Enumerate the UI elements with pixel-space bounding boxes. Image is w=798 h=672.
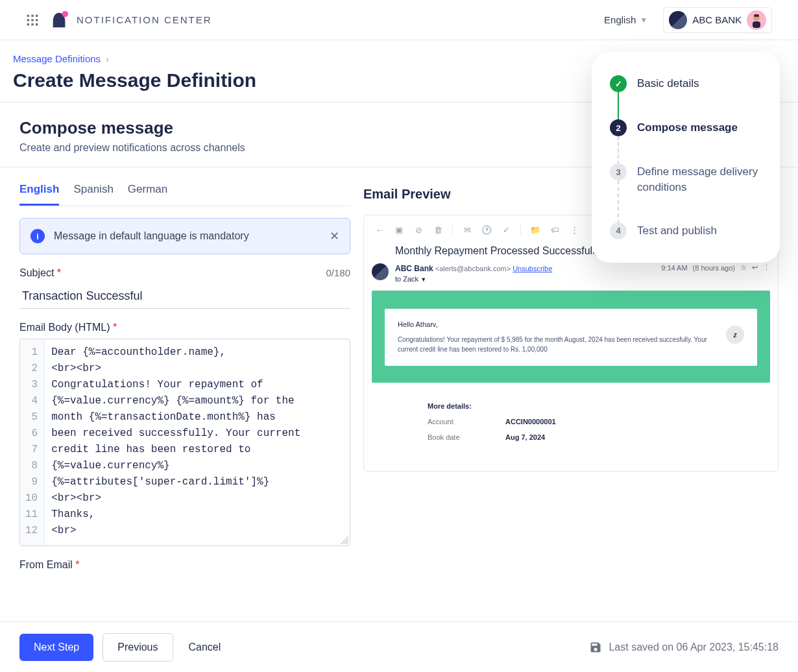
detail-key: Account: [428, 418, 505, 426]
email-time: 9:14 AM: [661, 264, 687, 272]
header-left: NOTIFICATION CENTER: [26, 10, 212, 30]
email-greeting: Hello Atharv,: [398, 320, 744, 328]
star-icon[interactable]: ☆: [740, 263, 747, 272]
chevron-down-icon[interactable]: ▼: [420, 276, 426, 283]
subject-field: Subject * 0/180: [19, 267, 350, 309]
sender-info: ABC Bank <alerts@abcbank.com> Unsubscrib…: [395, 263, 655, 284]
detail-value: ACCIN0000001: [505, 418, 556, 426]
email-inner: Hello Atharv, Congratulations! Your repa…: [385, 309, 757, 366]
required-mark: *: [75, 559, 79, 570]
save-icon: [589, 641, 602, 654]
svg-rect-2: [36, 14, 38, 16]
email-body-preview: Hello Atharv, Congratulations! Your repa…: [372, 291, 770, 383]
resize-handle-icon[interactable]: [341, 536, 348, 544]
step-connector: [618, 180, 619, 224]
svg-rect-7: [31, 23, 33, 25]
email-sender-row: ABC Bank <alerts@abcbank.com> Unsubscrib…: [372, 263, 770, 284]
previous-button[interactable]: Previous: [103, 633, 173, 662]
bank-name: ABC BANK: [692, 14, 742, 25]
from-email-label: From Email: [19, 559, 73, 570]
cancel-button[interactable]: Cancel: [182, 634, 228, 661]
step-number: 4: [610, 222, 627, 239]
snooze-icon[interactable]: 🕐: [481, 224, 492, 235]
svg-point-9: [62, 10, 68, 16]
email-body-field: Email Body (HTML) * 123456789101112 Dear…: [19, 322, 350, 546]
move-icon[interactable]: 📁: [530, 224, 540, 235]
chevron-down-icon: ▼: [640, 16, 647, 25]
step-label: Test and publish: [637, 222, 717, 239]
logo-mark-icon: [49, 10, 69, 30]
delete-icon[interactable]: 🗑: [433, 224, 443, 235]
archive-icon[interactable]: ▣: [394, 224, 404, 235]
step-number: 3: [610, 163, 627, 180]
header-right: English ▼ ABC BANK: [604, 7, 772, 33]
breadcrumb-parent-link[interactable]: Message Definitions: [13, 53, 101, 64]
apps-grid-icon[interactable]: [26, 14, 39, 27]
svg-rect-12: [753, 21, 760, 28]
bank-selector[interactable]: ABC BANK: [663, 7, 772, 33]
email-details: More details: Account ACCIN0000001 Book …: [372, 402, 770, 463]
step-label: Define message delivery conditions: [637, 163, 762, 195]
step-connector: [618, 92, 619, 121]
info-banner: i Message in default language is mandato…: [19, 218, 350, 254]
svg-rect-6: [27, 23, 29, 25]
back-icon[interactable]: ←: [374, 224, 385, 235]
sender-meta: 9:14 AM (8 hours ago) ☆ ↩ ⋮: [661, 263, 770, 272]
tab-english[interactable]: English: [19, 183, 59, 206]
language-tabs: English Spanish German: [19, 183, 350, 206]
email-body-text: Congratulations! Your repayment of $ 5,9…: [398, 336, 707, 353]
step-test-publish[interactable]: 4 Test and publish: [610, 222, 762, 239]
more-details-label: More details:: [428, 402, 757, 410]
sender-avatar-icon: [372, 263, 389, 280]
step-delivery-conditions[interactable]: 3 Define message delivery conditions: [610, 163, 762, 222]
step-number: 2: [610, 119, 627, 136]
label-icon[interactable]: 🏷: [550, 224, 560, 235]
check-icon: ✓: [610, 75, 627, 92]
email-body-editor[interactable]: 123456789101112 Dear {%=accountholder.na…: [19, 339, 350, 546]
step-label: Basic details: [637, 75, 699, 91]
app-logo[interactable]: NOTIFICATION CENTER: [49, 10, 212, 30]
subject-input[interactable]: [19, 284, 350, 309]
more-icon[interactable]: ⋮: [569, 224, 579, 235]
subject-label: Subject: [19, 267, 54, 278]
mail-icon[interactable]: ✉: [462, 224, 472, 235]
required-mark: *: [57, 267, 61, 278]
app-name: NOTIFICATION CENTER: [77, 14, 212, 25]
header-bar: NOTIFICATION CENTER English ▼ ABC BANK: [0, 0, 798, 40]
footer-actions: Next Step Previous Cancel: [19, 633, 227, 662]
unsubscribe-link[interactable]: Unsubscribe: [513, 265, 552, 272]
more-icon[interactable]: ⋮: [763, 263, 770, 272]
email-text: Congratulations! Your repayment of $ 5,9…: [398, 335, 744, 354]
info-icon: i: [30, 229, 45, 243]
spam-icon[interactable]: ⊘: [413, 224, 424, 235]
reply-icon[interactable]: ↩: [752, 263, 758, 272]
line-gutter: 123456789101112: [20, 339, 45, 546]
tab-german[interactable]: German: [128, 183, 167, 206]
footer-bar: Next Step Previous Cancel Last saved on …: [0, 621, 798, 672]
svg-rect-4: [31, 19, 33, 21]
divider: [520, 225, 521, 234]
svg-rect-8: [36, 23, 38, 25]
email-body-label: Email Body (HTML): [19, 322, 110, 333]
sender-name: ABC Bank: [395, 264, 433, 273]
step-connector: [618, 136, 619, 165]
required-mark: *: [113, 322, 117, 333]
detail-value: Aug 7, 2024: [505, 433, 545, 441]
code-content[interactable]: Dear {%=accountholder.name}, <br><br> Co…: [45, 339, 350, 546]
next-step-button[interactable]: Next Step: [19, 634, 93, 661]
divider: [452, 225, 453, 234]
detail-row-account: Account ACCIN0000001: [428, 418, 757, 426]
language-label: English: [604, 14, 636, 25]
step-basic-details[interactable]: ✓ Basic details: [610, 75, 762, 119]
svg-rect-5: [36, 19, 38, 21]
svg-rect-13: [754, 14, 759, 17]
compose-form: English Spanish German i Message in defa…: [19, 183, 350, 571]
subject-counter: 0/180: [326, 267, 350, 278]
user-avatar: [747, 10, 766, 30]
task-icon[interactable]: ✓: [501, 224, 511, 235]
step-compose-message[interactable]: 2 Compose message: [610, 119, 762, 163]
language-selector[interactable]: English ▼: [604, 14, 647, 25]
detail-key: Book date: [428, 433, 505, 441]
tab-spanish[interactable]: Spanish: [73, 183, 113, 206]
close-icon[interactable]: ✕: [330, 229, 339, 243]
